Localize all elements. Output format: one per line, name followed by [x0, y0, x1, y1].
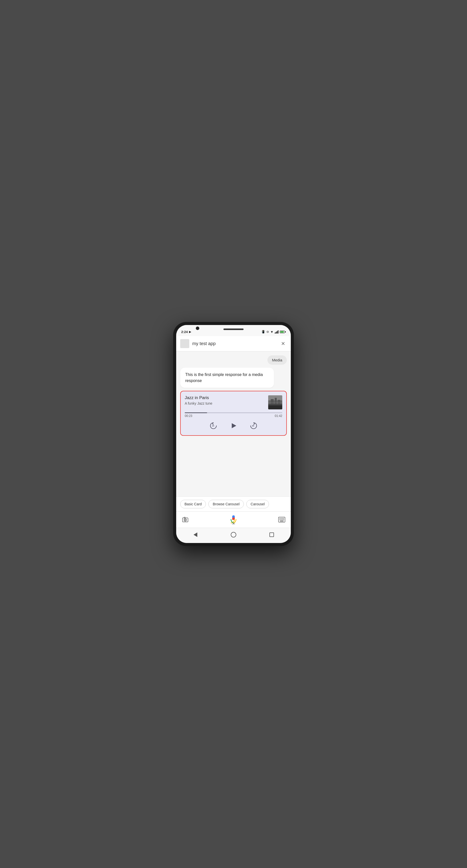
phone-screen: 2:24 ▶ 📳 ⊖ ▼ [176, 325, 291, 543]
svg-rect-5 [268, 405, 282, 409]
close-button[interactable]: ✕ [279, 340, 287, 347]
camera-icon [182, 516, 189, 523]
forward-30-button[interactable]: 30 [248, 420, 259, 431]
svg-rect-25 [282, 519, 283, 520]
close-icon: ✕ [281, 341, 285, 347]
media-player-card: Jazz in Paris A funky Jazz tune [180, 391, 287, 436]
chip-label: Carousel [251, 502, 265, 506]
svg-rect-20 [281, 518, 282, 519]
battery-icon [280, 331, 286, 333]
svg-text:10: 10 [212, 425, 214, 427]
home-button[interactable] [228, 530, 239, 539]
phone-frame: 2:24 ▶ 📳 ⊖ ▼ [173, 322, 294, 546]
svg-point-10 [184, 519, 186, 521]
progress-times: 00:23 01:42 [185, 414, 282, 418]
total-time: 01:42 [275, 414, 282, 418]
forward-30-icon: 30 [249, 421, 258, 430]
phone-speaker [224, 329, 243, 330]
nav-bar [176, 528, 291, 543]
media-info: Jazz in Paris A funky Jazz tune [185, 395, 265, 405]
status-bar: 2:24 ▶ 📳 ⊖ ▼ [176, 325, 291, 336]
media-header: Jazz in Paris A funky Jazz tune [185, 395, 282, 409]
media-thumb-image [268, 395, 282, 409]
camera-button[interactable] [180, 515, 190, 525]
time-label: 2:24 [181, 330, 188, 334]
suggestions-area: Basic Card Browse Carousel Carousel [176, 497, 291, 512]
media-subtitle: A funky Jazz tune [185, 401, 265, 405]
recents-icon [269, 532, 274, 537]
signal-icon [275, 330, 279, 334]
play-indicator-icon: ▶ [189, 330, 191, 334]
svg-text:30: 30 [252, 425, 254, 427]
keyboard-icon [278, 517, 285, 523]
progress-container[interactable]: 00:23 01:42 [185, 412, 282, 418]
play-button[interactable] [228, 420, 239, 431]
input-bar [176, 512, 291, 528]
phone-camera [196, 327, 199, 330]
recents-button[interactable] [266, 530, 278, 539]
media-controls: 10 30 [185, 420, 282, 431]
chat-area: Media This is the first simple response … [176, 351, 291, 497]
svg-rect-3 [275, 398, 277, 404]
svg-rect-11 [184, 517, 185, 518]
svg-rect-26 [283, 519, 284, 520]
replay-10-button[interactable]: 10 [208, 420, 219, 431]
svg-rect-14 [232, 516, 235, 518]
app-header: my test app ✕ [176, 336, 291, 351]
keyboard-button[interactable] [277, 515, 287, 525]
chip-label: Browse Carousel [213, 502, 239, 506]
user-bubble: Media [267, 355, 287, 365]
svg-rect-19 [280, 518, 280, 519]
wifi-icon: ▼ [270, 330, 273, 334]
play-icon [232, 423, 236, 428]
chip-label: Basic Card [184, 502, 202, 506]
app-icon [180, 339, 189, 348]
bot-bubble: This is the first simple response for a … [180, 368, 274, 388]
dnd-icon: ⊖ [266, 330, 269, 334]
progress-track[interactable] [185, 412, 282, 413]
svg-rect-23 [280, 519, 280, 520]
app-title: my test app [192, 341, 276, 346]
mic-button[interactable] [228, 514, 239, 525]
status-time: 2:24 ▶ [181, 330, 191, 334]
chip-browse-carousel[interactable]: Browse Carousel [208, 500, 244, 508]
back-button[interactable] [189, 530, 201, 539]
user-message-container: Media [180, 355, 287, 365]
chip-basic-card[interactable]: Basic Card [180, 500, 206, 508]
user-message-text: Media [272, 358, 282, 362]
svg-rect-22 [283, 518, 284, 519]
svg-rect-24 [281, 519, 282, 520]
svg-rect-4 [278, 400, 280, 404]
progress-fill [185, 412, 207, 413]
back-icon [194, 532, 197, 537]
replay-10-icon: 10 [209, 421, 218, 430]
svg-point-12 [185, 519, 186, 521]
current-time: 00:23 [185, 414, 192, 418]
media-thumbnail [268, 395, 282, 409]
svg-rect-21 [282, 518, 283, 519]
home-icon [231, 532, 236, 537]
chip-carousel[interactable]: Carousel [246, 500, 269, 508]
thumb-svg [268, 395, 282, 409]
mic-icon [230, 515, 237, 524]
status-icons: 📳 ⊖ ▼ [261, 330, 286, 334]
svg-rect-27 [280, 521, 284, 521]
bot-message-text: This is the first simple response for a … [185, 372, 263, 383]
vibrate-icon: 📳 [261, 330, 265, 334]
svg-rect-2 [271, 399, 274, 404]
media-title: Jazz in Paris [185, 395, 265, 400]
